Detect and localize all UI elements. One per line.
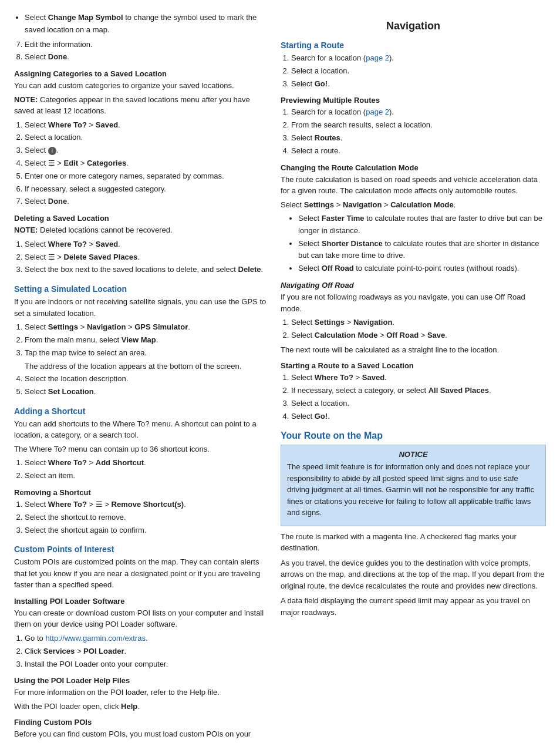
sl-step-2: If necessary, select a category, or sele… [291,385,546,397]
finding-poi-body: Before you can find custom POIs, you mus… [14,728,266,743]
calc-mode-body: The route calculation is based on road s… [281,174,546,197]
simulated-location-body: If you are indoors or not receiving sate… [14,296,266,319]
assigning-categories-body: You can add custom categories to organiz… [14,80,266,92]
or-step-2: Select Calculation Mode > Off Road > Sav… [291,330,546,342]
simulated-steps: Select Settings > Navigation > GPS Simul… [25,321,266,398]
ins-step-1: Go to http://www.garmin.com/extras. [25,633,266,645]
calc-mode-section: Changing the Route Calculation Mode The … [281,163,546,275]
sim-step-4: Select the location description. [25,373,266,385]
off-road-title: Navigating Off Road [281,281,546,290]
prev-step-3: Select Routes. [291,132,546,144]
rem-step-2: Select the shortcut to remove. [25,512,266,524]
your-route-section: Your Route on the Map NOTICE The speed l… [281,431,546,618]
page2-link-1[interactable]: page 2 [366,53,389,62]
sc-step-2: Select an item. [25,470,266,482]
poi-help-title: Using the POI Loader Help Files [14,676,266,685]
previewing-steps: Search for a location (page 2). From the… [291,106,546,157]
sc-step-1: Select Where To? > Add Shortcut. [25,457,266,469]
deleting-steps: Select Where To? > Saved. Select ☰ > Del… [25,238,266,276]
prev-step-2: From the search results, select a locati… [291,119,546,132]
starting-route-title: Starting a Route [281,41,546,50]
navigation-main-title: Navigation [281,20,546,32]
installing-poi-body: You can create or download custom POI li… [14,607,266,630]
removing-shortcut-steps: Select Where To? > ☰ > Remove Shortcut(s… [25,499,266,536]
calc-mode-title: Changing the Route Calculation Mode [281,163,546,172]
starting-route-steps: Search for a location (page 2). Select a… [291,52,546,90]
step-4: Select ☰ > Edit > Categories. [25,157,266,170]
calc-mode-bullets: Select Faster Time to calculate routes t… [298,213,546,275]
step-5: Enter one or more category names, separa… [25,170,266,183]
sim-step-1: Select Settings > Navigation > GPS Simul… [25,321,266,334]
calc-bullet-2: Select Shorter Distance to calculate rou… [298,238,546,263]
route-para-1: The route is marked with a magenta line.… [281,531,546,554]
rem-step-1: Select Where To? > ☰ > Remove Shortcut(s… [25,499,266,511]
simulated-location-title: Setting a Simulated Location [14,284,266,294]
off-road-steps: Select Settings > Navigation. Select Cal… [291,317,546,342]
removing-shortcut-title: Removing a Shortcut [14,488,266,497]
installing-poi-title: Installing POI Loader Software [14,597,266,606]
your-route-title: Your Route on the Map [281,431,546,441]
step-7: Select Done. [25,196,266,208]
assigning-categories-steps: Select Where To? > Saved. Select a locat… [25,119,266,209]
step-select-done: Select Done. [25,51,266,63]
bullet-change-map-symbol: Select Change Map Symbol to change the s… [25,12,266,36]
intro-numbered: Edit the information. Select Done. [25,39,266,64]
installing-poi-steps: Go to http://www.garmin.com/extras. Clic… [25,633,266,670]
sl-step-3: Select a location. [291,398,546,410]
shortcut-body2: The Where To? menu can contain up to 36 … [14,443,266,455]
sr-step-2: Select a location. [291,65,546,78]
garmin-link[interactable]: http://www.garmin.com/extras [45,634,146,643]
off-road-section: Navigating Off Road If you are not follo… [281,281,546,355]
left-column: Select Change Map Symbol to change the s… [14,12,266,743]
step-edit-info: Edit the information. [25,39,266,51]
finding-poi-title: Finding Custom POIs [14,718,266,727]
poi-help-body2: With the POI loader open, click Help. [14,701,266,712]
right-column: Navigation Starting a Route Search for a… [281,12,546,743]
route-para-2: As you travel, the device guides you to … [281,557,546,592]
sim-step-3: Tap the map twice to select an area. The… [25,347,266,373]
sim-step-2: From the main menu, select View Map. [25,334,266,347]
deleting-note: NOTE: Deleted locations cannot be recove… [14,224,266,236]
deleting-section: Deleting a Saved Location NOTE: Deleted … [14,214,266,276]
or-step-1: Select Settings > Navigation. [291,317,546,329]
simulated-location-section: Setting a Simulated Location If you are … [14,284,266,398]
step-6: If necessary, select a suggested categor… [25,183,266,196]
calc-bullet-3: Select Off Road to calculate point-to-po… [298,263,546,275]
saved-location-steps: Select Where To? > Saved. If necessary, … [291,372,546,422]
shortcut-body: You can add shortcuts to the Where To? m… [14,418,266,441]
sr-step-3: Select Go!. [291,78,546,90]
page2-link-2[interactable]: page 2 [366,107,389,116]
custom-poi-body: Custom POIs are customized points on the… [14,556,266,591]
off-road-sub: The next route will be calculated as a s… [281,344,546,356]
sim-step-5: Select Set Location. [25,386,266,398]
previewing-routes-title: Previewing Multiple Routes [281,96,546,105]
rem-step-3: Select the shortcut again to confirm. [25,525,266,537]
shortcut-title: Adding a Shortcut [14,406,266,416]
prev-step-1: Search for a location (page 2). [291,106,546,119]
notice-body: The speed limit feature is for informati… [287,461,539,519]
deleting-title: Deleting a Saved Location [14,214,266,223]
saved-location-title: Starting a Route to a Saved Location [281,361,546,370]
ins-step-3: Install the POI Loader onto your compute… [25,658,266,671]
saved-location-section: Starting a Route to a Saved Location Sel… [281,361,546,422]
del-step-2: Select ☰ > Delete Saved Places. [25,251,266,264]
page: Select Change Map Symbol to change the s… [0,0,560,743]
assigning-categories-note: NOTE: Categories appear in the saved loc… [14,94,266,117]
del-step-3: Select the box next to the saved locatio… [25,264,266,276]
notice-box: NOTICE The speed limit feature is for in… [281,445,546,526]
step-2: Select a location. [25,132,266,144]
step-3: Select i. [25,144,266,157]
prev-step-4: Select a route. [291,145,546,157]
step-1: Select Where To? > Saved. [25,119,266,132]
route-para-3: A data field displaying the current spee… [281,595,546,618]
off-road-body: If you are not following roadways as you… [281,291,546,314]
shortcut-steps: Select Where To? > Add Shortcut. Select … [25,457,266,482]
starting-route-section: Starting a Route Search for a location (… [281,41,546,157]
assigning-categories-title: Assigning Categories to a Saved Location [14,69,266,78]
calc-mode-sub: Select Settings > Navigation > Calculati… [281,199,546,211]
assigning-categories-section: Assigning Categories to a Saved Location… [14,69,266,208]
sim-step-3-sub: The address of the location appears at t… [25,361,266,373]
custom-poi-section: Custom Points of Interest Custom POIs ar… [14,544,266,743]
poi-help-body: For more information on the POI loader, … [14,687,266,698]
notice-title: NOTICE [287,450,539,459]
